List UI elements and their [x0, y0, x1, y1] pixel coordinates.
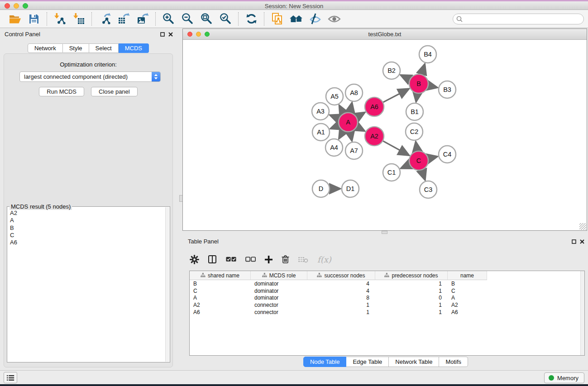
column-header-successor-nodes[interactable]: successor nodes: [307, 271, 375, 280]
memory-button[interactable]: Memory: [544, 372, 584, 383]
node-A4[interactable]: A4: [325, 139, 343, 156]
edge-C-C2[interactable]: [416, 142, 417, 151]
task-history-button[interactable]: [4, 372, 17, 383]
node-C4[interactable]: C4: [439, 146, 456, 163]
close-panel-icon[interactable]: [168, 31, 173, 38]
edge-B-B2[interactable]: [401, 75, 410, 79]
table-row[interactable]: Adominator80A: [190, 294, 584, 301]
horizontal-divider-handle[interactable]: [382, 231, 387, 234]
network-graph[interactable]: B4B2BB3A8A5A6A3B1AA1C2A2A4A7CC4C1C3DD1: [183, 40, 587, 230]
result-item[interactable]: C: [7, 232, 165, 239]
result-item[interactable]: A: [7, 217, 165, 224]
node-B[interactable]: B: [409, 74, 428, 93]
export-image-icon[interactable]: [133, 11, 152, 27]
column-header-name[interactable]: name: [448, 271, 487, 280]
table-scrollbar[interactable]: [580, 271, 584, 355]
edge-A2-C[interactable]: [383, 141, 409, 155]
tab-edge-table[interactable]: Edge Table: [346, 357, 389, 367]
result-item[interactable]: A6: [7, 239, 165, 246]
clear-checkboxes-icon[interactable]: [245, 257, 256, 262]
add-plus-icon[interactable]: [265, 256, 272, 263]
select-all-checkboxes-icon[interactable]: [226, 257, 236, 262]
edge-C-C4[interactable]: [428, 157, 437, 158]
table-row[interactable]: Bdominator41B: [190, 280, 584, 287]
edge-C-C3[interactable]: [422, 170, 425, 180]
save-icon[interactable]: [24, 11, 43, 27]
node-C[interactable]: C: [409, 151, 428, 170]
eye-icon[interactable]: [325, 11, 344, 27]
edge-A-A2[interactable]: [357, 127, 364, 131]
result-item[interactable]: B: [7, 224, 165, 232]
edge-B-B3[interactable]: [429, 86, 437, 87]
edge-A-A4[interactable]: [339, 131, 343, 138]
node-C1[interactable]: C1: [383, 164, 400, 181]
edge-A-A5[interactable]: [339, 105, 344, 113]
node-B3[interactable]: B3: [439, 81, 456, 98]
folder-open-icon[interactable]: [5, 11, 24, 27]
tab-node-table[interactable]: Node Table: [303, 357, 347, 367]
edge-A-A8[interactable]: [350, 103, 352, 113]
table-close-panel-icon[interactable]: [580, 238, 584, 245]
window-resize-grip[interactable]: [579, 223, 586, 230]
column-header-predecessor-nodes[interactable]: predecessor nodes: [375, 271, 448, 280]
zoom-in-icon[interactable]: [159, 11, 178, 27]
search-input[interactable]: [453, 14, 584, 24]
settings-gear-icon[interactable]: [190, 255, 199, 264]
network-document-icon[interactable]: [268, 11, 287, 27]
import-network-icon[interactable]: [50, 11, 69, 27]
node-B1[interactable]: B1: [406, 103, 423, 120]
table-row[interactable]: Cdominator41C: [190, 287, 584, 295]
tab-network-table[interactable]: Network Table: [389, 357, 439, 367]
edge-A-A7[interactable]: [350, 132, 352, 141]
network-canvas[interactable]: B4B2BB3A8A5A6A3B1AA1C2A2A4A7CC4C1C3DD1: [183, 40, 587, 230]
trash-icon[interactable]: [282, 255, 289, 264]
node-A3[interactable]: A3: [312, 103, 329, 120]
tab-motifs[interactable]: Motifs: [439, 357, 468, 367]
edge-C-C1[interactable]: [401, 165, 410, 168]
node-D1[interactable]: D1: [342, 180, 359, 197]
column-layout-icon[interactable]: [208, 255, 217, 264]
zoom-out-icon[interactable]: [178, 11, 197, 27]
tab-mcds[interactable]: MCDS: [119, 43, 149, 53]
optimization-criterion-dropdown[interactable]: largest connected component (directed): [19, 71, 161, 82]
table-float-panel-icon[interactable]: [572, 238, 576, 245]
edge-A-A1[interactable]: [331, 126, 339, 129]
close-panel-button[interactable]: Close panel: [91, 87, 138, 96]
export-network-icon[interactable]: [95, 11, 114, 27]
edge-A6-B[interactable]: [383, 89, 409, 102]
result-item[interactable]: A2: [7, 210, 165, 217]
node-A8[interactable]: A8: [345, 84, 363, 101]
refresh-icon[interactable]: [242, 11, 261, 27]
node-A[interactable]: A: [339, 113, 358, 132]
tab-network[interactable]: Network: [28, 43, 63, 53]
node-B4[interactable]: B4: [419, 46, 436, 63]
node-A6[interactable]: A6: [365, 97, 384, 116]
edge-A-A3[interactable]: [330, 115, 339, 119]
node-C3[interactable]: C3: [420, 181, 437, 198]
home-icon[interactable]: [287, 11, 306, 27]
column-header-MCDS-role[interactable]: MCDS role: [251, 271, 307, 280]
zoom-selected-icon[interactable]: [216, 11, 235, 27]
node-B2[interactable]: B2: [383, 62, 400, 79]
node-table[interactable]: shared nameMCDS rolesuccessor nodesprede…: [189, 271, 585, 356]
edge-B-B1[interactable]: [416, 94, 417, 101]
node-C2[interactable]: C2: [406, 123, 423, 140]
column-header-shared-name[interactable]: shared name: [190, 271, 251, 280]
edge-B-B4[interactable]: [421, 64, 425, 74]
edge-A-A6[interactable]: [357, 113, 364, 117]
zoom-fit-icon[interactable]: [197, 11, 216, 27]
tab-select[interactable]: Select: [89, 43, 119, 53]
run-mcds-button[interactable]: Run MCDS: [39, 87, 84, 96]
float-panel-icon[interactable]: [160, 31, 165, 38]
node-A1[interactable]: A1: [312, 124, 330, 141]
import-table-icon[interactable]: [69, 11, 88, 27]
node-D[interactable]: D: [312, 180, 330, 197]
table-row[interactable]: A2connector11A2: [190, 301, 584, 309]
export-table-icon[interactable]: [114, 11, 133, 27]
result-scrollbar[interactable]: [165, 207, 169, 362]
table-row[interactable]: A6connector11A6: [190, 309, 584, 316]
node-A7[interactable]: A7: [345, 142, 363, 159]
node-A5[interactable]: A5: [326, 88, 343, 105]
tab-style[interactable]: Style: [63, 43, 89, 53]
node-A2[interactable]: A2: [365, 127, 384, 146]
